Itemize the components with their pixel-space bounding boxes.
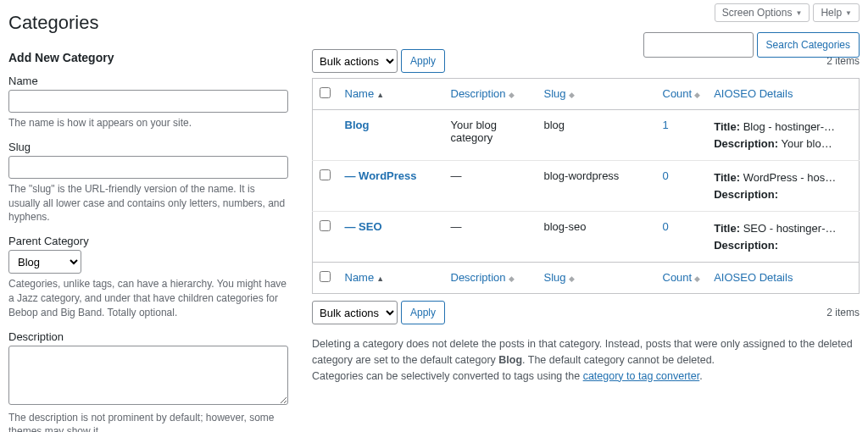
row-name-link[interactable]: — SEO [345, 220, 382, 233]
col-slug-footer[interactable]: Slug◆ [537, 263, 656, 294]
col-aioseo-header: AIOSEO Details [707, 79, 859, 110]
sort-icon: ◆ [509, 91, 515, 99]
description-field[interactable] [8, 346, 288, 405]
row-description: Your blog category [444, 110, 537, 161]
sort-icon: ▲ [376, 274, 384, 283]
screen-options-label: Screen Options [722, 7, 793, 19]
items-count-bottom: 2 items [826, 307, 860, 318]
help-label: Help [821, 7, 842, 19]
sort-icon: ▲ [376, 91, 384, 99]
name-hint: The name is how it appears on your site. [8, 116, 288, 130]
sort-icon: ◆ [509, 274, 515, 283]
col-name-footer[interactable]: Name▲ [338, 263, 444, 294]
col-description-header[interactable]: Description◆ [444, 79, 537, 110]
parent-label: Parent Category [8, 235, 288, 247]
table-row: — WordPress—blog-wordpress0Title: WordPr… [313, 161, 860, 212]
parent-select[interactable]: Blog [8, 250, 81, 274]
sort-icon: ◆ [569, 91, 575, 99]
bulk-actions-top[interactable]: Bulk actions [312, 49, 398, 73]
table-row: BlogYour blog categoryblog1Title: Blog -… [313, 110, 860, 161]
slug-field[interactable] [8, 156, 288, 179]
bulk-actions-bottom[interactable]: Bulk actions [312, 301, 398, 324]
row-name-link[interactable]: — WordPress [345, 169, 417, 182]
col-aioseo-footer: AIOSEO Details [707, 263, 859, 294]
col-name-header[interactable]: Name▲ [338, 79, 444, 110]
slug-hint: The "slug" is the URL-friendly version o… [8, 182, 288, 224]
help-tab[interactable]: Help▼ [813, 3, 860, 22]
sort-icon: ◆ [694, 91, 700, 99]
aioseo-desc: Description: [714, 186, 852, 203]
triangle-down-icon: ▼ [845, 9, 852, 17]
description-hint: The description is not prominent by defa… [8, 411, 288, 432]
row-description: — [444, 212, 537, 263]
parent-hint: Categories, unlike tags, can have a hier… [8, 277, 288, 319]
row-checkbox[interactable] [320, 220, 331, 231]
sort-icon: ◆ [569, 274, 575, 283]
name-label: Name [8, 75, 288, 87]
apply-top-button[interactable]: Apply [401, 49, 445, 73]
row-slug: blog [537, 110, 656, 161]
footer-notes: Deleting a category does not delete the … [312, 336, 860, 384]
table-row: — SEO—blog-seo0Title: SEO - hostinger-…D… [313, 212, 860, 263]
form-heading: Add New Category [8, 51, 288, 64]
col-description-footer[interactable]: Description◆ [444, 263, 537, 294]
description-label: Description [8, 330, 288, 343]
row-count-link[interactable]: 0 [663, 220, 669, 233]
slug-label: Slug [8, 141, 288, 153]
row-description: — [444, 161, 537, 212]
aioseo-title: Title: WordPress - hos… [714, 169, 852, 186]
select-all-bottom[interactable] [320, 271, 331, 282]
row-checkbox[interactable] [320, 169, 331, 180]
name-field[interactable] [8, 90, 288, 113]
search-button[interactable]: Search Categories [757, 32, 860, 58]
aioseo-desc: Description: [714, 237, 852, 254]
triangle-down-icon: ▼ [795, 9, 802, 17]
row-slug: blog-wordpress [537, 161, 656, 212]
row-count-link[interactable]: 1 [663, 119, 669, 131]
select-all-top[interactable] [320, 87, 331, 98]
apply-bottom-button[interactable]: Apply [401, 301, 445, 324]
search-input[interactable] [643, 32, 754, 58]
col-count-footer[interactable]: Count◆ [656, 263, 708, 294]
aioseo-title: Title: Blog - hostinger-… [714, 119, 852, 136]
aioseo-desc: Description: Your blo… [714, 136, 852, 152]
row-name-link[interactable]: Blog [345, 119, 370, 131]
aioseo-title: Title: SEO - hostinger-… [714, 220, 852, 237]
categories-table: Name▲ Description◆ Slug◆ Count◆ AIOSEO D… [312, 78, 860, 294]
screen-options-tab[interactable]: Screen Options▼ [715, 3, 810, 22]
col-count-header[interactable]: Count◆ [656, 79, 708, 110]
sort-icon: ◆ [694, 274, 700, 283]
converter-link[interactable]: category to tag converter [583, 370, 700, 382]
col-slug-header[interactable]: Slug◆ [537, 79, 656, 110]
row-slug: blog-seo [537, 212, 656, 263]
row-count-link[interactable]: 0 [663, 169, 669, 182]
